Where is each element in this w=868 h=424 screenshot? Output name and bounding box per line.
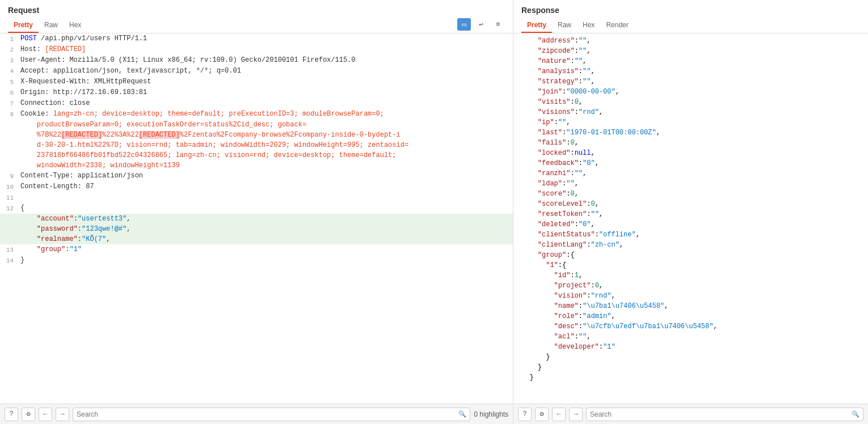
response-tabs: Pretty Raw Hex Render xyxy=(521,18,860,33)
request-line-8b: productBrowseParam=0; executionTaskOrder… xyxy=(0,120,513,130)
response-header: Response Pretty Raw Hex Render xyxy=(513,0,868,33)
response-panel: Response Pretty Raw Hex Render "address"… xyxy=(513,0,868,424)
settings-icon[interactable]: ⚙ xyxy=(22,408,35,421)
request-line-12c: "realname":"KÕ(7", xyxy=(0,234,513,244)
forward-icon[interactable]: → xyxy=(56,408,69,421)
request-tab-icons: ▭ ↵ ≡ xyxy=(457,18,505,33)
response-back-icon[interactable]: ← xyxy=(552,408,566,421)
request-line-2: 2 Host: [REDACTED] xyxy=(0,44,513,55)
json-line-id: "id":1, xyxy=(513,270,868,281)
request-line-4: 4 Accept: application/json, text/javascr… xyxy=(0,66,513,77)
request-search-input[interactable] xyxy=(77,410,458,418)
json-line-zipcode: "zipcode":"", xyxy=(513,46,868,56)
response-search-icon: 🔍 xyxy=(852,410,859,418)
json-line-desc: "desc":"\u7cfb\u7edf\u7ba1\u7406\u5458", xyxy=(513,321,868,332)
menu-icon[interactable]: ≡ xyxy=(491,18,505,31)
tab-pretty-request[interactable]: Pretty xyxy=(8,18,39,33)
main-container: Request Pretty Raw Hex ▭ ↵ ≡ 1 POST /api… xyxy=(0,0,868,424)
tab-hex-response[interactable]: Hex xyxy=(577,18,600,33)
request-line-8f: windowWidth=2338; windowHeight=1139 xyxy=(0,160,513,171)
json-line-scoreLevel: "scoreLevel":0, xyxy=(513,199,868,209)
search-icon: 🔍 xyxy=(458,410,466,418)
request-line-7: 7 Connection: close xyxy=(0,98,513,109)
request-line-3: 3 User-Agent: Mozilla/5.0 (X11; Linux x8… xyxy=(0,55,513,66)
response-bottom-bar: ? ⚙ ← → 🔍 xyxy=(513,404,868,424)
request-line-9: 9 Content-Type: application/json xyxy=(0,171,513,181)
request-line-11: 11 xyxy=(0,192,513,203)
tab-pretty-response[interactable]: Pretty xyxy=(521,18,552,33)
json-line-visits: "visits":0, xyxy=(513,97,868,107)
response-settings-icon[interactable]: ⚙ xyxy=(535,408,549,421)
request-line-12: 12 { xyxy=(0,203,513,214)
request-line-12b: "password":"123qwe!@#", xyxy=(0,224,513,234)
json-line-developer: "developer":"1" xyxy=(513,342,868,352)
tab-raw-response[interactable]: Raw xyxy=(552,18,577,33)
json-line-group: "group":{ xyxy=(513,250,868,260)
request-line-13: 13 "group":"1" xyxy=(0,244,513,255)
json-line-fails: "fails":0, xyxy=(513,138,868,148)
json-line-join: "join":"0000-00-00", xyxy=(513,87,868,97)
response-json: "address":"", "zipcode":"", "nature":"",… xyxy=(513,33,868,385)
help-icon[interactable]: ? xyxy=(5,408,18,421)
request-line-8e: 237818bf66486fb01fbd522c04326865; lang=z… xyxy=(0,150,513,160)
tab-hex-request[interactable]: Hex xyxy=(64,18,87,33)
json-line-feedback: "feedback":"0", xyxy=(513,158,868,168)
request-title: Request xyxy=(8,6,505,15)
json-line-score: "score":0, xyxy=(513,189,868,199)
json-line-locked: "locked":null, xyxy=(513,148,868,158)
tab-render-response[interactable]: Render xyxy=(600,18,634,33)
json-line-clientStatus: "clientStatus":"offline", xyxy=(513,230,868,240)
highlights-count: 0 highlights xyxy=(474,410,508,418)
request-line-12a: "account":"usertestt3", xyxy=(0,214,513,224)
response-help-icon[interactable]: ? xyxy=(518,408,532,421)
json-line-analysis: "analysis":"", xyxy=(513,66,868,77)
response-forward-icon[interactable]: → xyxy=(569,408,583,421)
json-line-clientLang: "clientLang":"zh-cn", xyxy=(513,240,868,250)
response-search-input[interactable] xyxy=(590,410,852,418)
json-line-nature: "nature":"", xyxy=(513,56,868,66)
request-header: Request Pretty Raw Hex ▭ ↵ ≡ xyxy=(0,0,513,33)
request-tabs: Pretty Raw Hex ▭ ↵ ≡ xyxy=(8,18,505,33)
tab-raw-request[interactable]: Raw xyxy=(39,18,64,33)
response-title: Response xyxy=(521,6,860,15)
request-search-wrapper: 🔍 xyxy=(73,408,470,421)
request-line-8a: 8 Cookie: lang=zh-cn; device=desktop; th… xyxy=(0,109,513,120)
format-icon[interactable]: ▭ xyxy=(457,18,471,31)
json-line-close3: } xyxy=(513,372,868,383)
json-line-acl: "acl":"", xyxy=(513,332,868,342)
json-line-ip: "ip":"", xyxy=(513,117,868,128)
json-line-close2: } xyxy=(513,362,868,372)
json-line-vision: "vision":"rnd", xyxy=(513,291,868,301)
response-content: "address":"", "zipcode":"", "nature":"",… xyxy=(513,33,868,404)
json-line-visions: "visions":"rnd", xyxy=(513,107,868,117)
wrap-icon[interactable]: ↵ xyxy=(474,18,488,31)
json-line-address: "address":"", xyxy=(513,36,868,46)
back-icon[interactable]: ← xyxy=(39,408,52,421)
json-line-strategy: "strategy":"", xyxy=(513,77,868,87)
json-line-group-1: "1":{ xyxy=(513,260,868,270)
request-line-1: 1 POST /api.php/v1/users HTTP/1.1 xyxy=(0,33,513,44)
json-line-resetToken: "resetToken":"", xyxy=(513,209,868,219)
json-line-ranzhi: "ranzhi":"", xyxy=(513,168,868,179)
json-line-name: "name":"\u7ba1\u7406\u5458", xyxy=(513,301,868,311)
json-line-ldap: "ldap":"", xyxy=(513,179,868,189)
request-bottom-bar: ? ⚙ ← → 🔍 0 highlights xyxy=(0,404,513,424)
json-line-last: "last":"1970-01-01T00:00:00Z", xyxy=(513,128,868,138)
request-line-5: 5 X-Requested-With: XMLHttpRequest xyxy=(0,77,513,87)
request-line-10: 10 Content-Length: 87 xyxy=(0,181,513,192)
request-line-6: 6 Origin: http://172.16.69.103:81 xyxy=(0,87,513,98)
json-line-close1: } xyxy=(513,352,868,362)
json-line-deleted: "deleted":"0", xyxy=(513,219,868,230)
json-line-project: "project":0, xyxy=(513,281,868,291)
request-content: 1 POST /api.php/v1/users HTTP/1.1 2 Host… xyxy=(0,33,513,404)
response-search-wrapper: 🔍 xyxy=(586,408,863,421)
request-line-8d: d-30-20-1.html%22%7D; vision=rnd; tab=ad… xyxy=(0,140,513,150)
json-line-role: "role":"admin", xyxy=(513,311,868,321)
request-line-8c: %7B%22[REDACTED]%22%3A%22[REDACTED]%2Fze… xyxy=(0,130,513,140)
request-line-14: 14 } xyxy=(0,255,513,266)
request-panel: Request Pretty Raw Hex ▭ ↵ ≡ 1 POST /api… xyxy=(0,0,513,424)
